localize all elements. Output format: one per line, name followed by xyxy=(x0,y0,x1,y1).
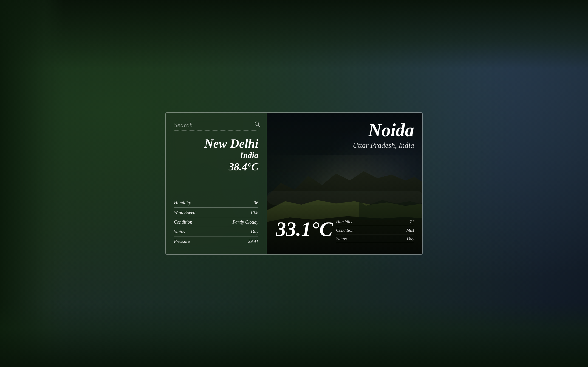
stat-row-right-1: ConditionMist xyxy=(336,226,414,234)
city-name-left: New Delhi xyxy=(174,137,258,150)
stat-row-left-2: ConditionPartly Cloudy xyxy=(174,217,258,227)
left-panel: New Delhi India 38.4°C Humidity36Wind Sp… xyxy=(166,113,267,254)
svg-line-1 xyxy=(258,125,260,127)
stat-label-right-2: Status xyxy=(336,236,346,241)
stat-row-left-4: Pressure29.41 xyxy=(174,236,258,246)
stat-value-right-2: Day xyxy=(407,236,414,241)
stat-value-right-0: 71 xyxy=(410,219,414,224)
stat-label-left-2: Condition xyxy=(174,219,192,225)
stat-row-left-1: Wind Speed10.8 xyxy=(174,208,258,217)
weather-card: New Delhi India 38.4°C Humidity36Wind Sp… xyxy=(165,112,423,255)
temperature-left: 38.4°C xyxy=(174,161,258,173)
search-row xyxy=(174,121,258,129)
stat-value-left-2: Partly Cloudy xyxy=(233,219,258,225)
stat-label-left-1: Wind Speed xyxy=(174,210,195,215)
stat-row-left-0: Humidity36 xyxy=(174,198,258,208)
bg-foliage-bottom xyxy=(0,303,588,367)
right-panel: Noida Uttar Pradesh, India 33.1°C Humidi… xyxy=(267,113,422,254)
search-divider xyxy=(174,130,258,131)
stat-row-right-2: StatusDay xyxy=(336,234,414,243)
stat-value-left-4: 29.41 xyxy=(248,239,258,244)
temperature-right: 33.1°C xyxy=(276,217,333,241)
stat-row-left-3: StatusDay xyxy=(174,227,258,236)
region-right: Uttar Pradesh, India xyxy=(353,141,414,150)
bg-trees-top xyxy=(0,0,588,69)
stat-value-left-1: 10.8 xyxy=(250,210,258,215)
stat-value-left-0: 36 xyxy=(254,200,258,206)
stat-row-right-0: Humidity71 xyxy=(336,217,414,226)
city-title-right: Noida Uttar Pradesh, India xyxy=(353,121,414,150)
stat-label-right-0: Humidity xyxy=(336,219,352,224)
city-name-right: Noida xyxy=(353,121,414,139)
stat-label-left-0: Humidity xyxy=(174,200,191,206)
stat-label-left-3: Status xyxy=(174,229,185,234)
search-icon[interactable] xyxy=(254,121,260,129)
stats-list-right: Humidity71ConditionMistStatusDay xyxy=(336,217,414,243)
search-input[interactable] xyxy=(174,121,252,129)
stat-label-right-1: Condition xyxy=(336,228,354,233)
stat-value-left-3: Day xyxy=(251,229,258,234)
country-name-left: India xyxy=(174,150,258,160)
stats-list-left: Humidity36Wind Speed10.8ConditionPartly … xyxy=(174,181,258,246)
stat-label-left-4: Pressure xyxy=(174,239,190,244)
stat-value-right-1: Mist xyxy=(406,228,414,233)
